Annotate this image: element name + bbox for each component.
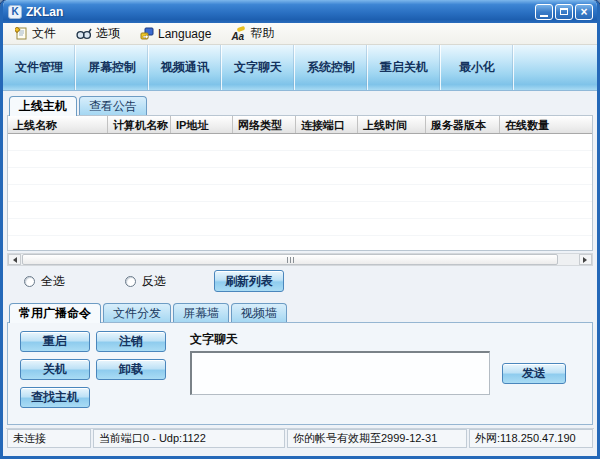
minimize-icon	[540, 15, 548, 17]
menu-options[interactable]: 选项	[66, 23, 130, 44]
command-buttons: 重启 注销 关机 卸载 查找主机	[20, 331, 180, 418]
toolbar-restart-shutdown-button[interactable]: 重启关机	[368, 45, 441, 90]
toolbar-minimize-button[interactable]: 最小化	[441, 45, 514, 90]
table-row	[8, 202, 592, 219]
scrollbar-thumb[interactable]	[22, 254, 558, 265]
tab-video-wall[interactable]: 视频墙	[231, 303, 287, 322]
status-external-ip: 外网:118.250.47.190	[469, 429, 593, 448]
uninstall-button[interactable]: 卸载	[96, 359, 166, 380]
grip-icon	[293, 257, 294, 263]
table-row	[8, 151, 592, 168]
find-host-button[interactable]: 查找主机	[20, 387, 90, 408]
scroll-right-arrow[interactable]	[579, 254, 592, 265]
table-row	[8, 134, 592, 151]
tab-file-distribution[interactable]: 文件分发	[103, 303, 171, 322]
menu-bar: 文件 选项 Language Aa 帮助	[3, 23, 597, 45]
close-icon: ×	[580, 6, 587, 18]
language-switch-icon	[140, 27, 154, 40]
table-row	[8, 168, 592, 185]
col-computer-name[interactable]: 计算机名称	[108, 116, 171, 133]
font-key-icon: Aa	[231, 27, 246, 40]
radio-select-all-label: 全选	[41, 273, 65, 290]
menu-language[interactable]: Language	[130, 23, 221, 44]
horizontal-scrollbar[interactable]	[7, 253, 593, 266]
radio-circle-icon	[125, 276, 136, 287]
refresh-list-button[interactable]: 刷新列表	[214, 270, 284, 292]
menu-options-label: 选项	[96, 25, 120, 42]
grip-icon	[290, 257, 291, 263]
title-bar[interactable]: K ZKLan ×	[3, 0, 597, 23]
menu-language-label: Language	[158, 27, 211, 41]
menu-help-label: 帮助	[250, 25, 274, 42]
tab-view-announcement[interactable]: 查看公告	[79, 96, 147, 115]
binoculars-icon	[76, 27, 92, 40]
table-row	[8, 219, 592, 236]
command-tabs: 常用广播命令 文件分发 屏幕墙 视频墙	[9, 302, 594, 322]
host-list-table[interactable]: 上线名称 计算机名称 IP地址 网络类型 连接端口 上线时间 服务器版本 在线数…	[7, 115, 593, 251]
col-network-type[interactable]: 网络类型	[233, 116, 296, 133]
shutdown-button[interactable]: 关机	[20, 359, 90, 380]
scroll-left-arrow[interactable]	[8, 254, 21, 265]
arrow-right-icon	[583, 257, 590, 263]
broadcast-panel: 重启 注销 关机 卸载 查找主机 文字聊天 发送	[7, 322, 593, 425]
menu-file[interactable]: 文件	[5, 23, 66, 44]
menu-file-label: 文件	[32, 25, 56, 42]
host-tabs: 上线主机 查看公告	[9, 95, 594, 115]
minimize-button[interactable]	[535, 4, 553, 20]
send-button[interactable]: 发送	[502, 363, 566, 384]
col-online-name[interactable]: 上线名称	[8, 116, 108, 133]
radio-select-all[interactable]: 全选	[24, 273, 65, 290]
grip-icon	[287, 257, 288, 263]
client-area: 上线主机 查看公告 上线名称 计算机名称 IP地址 网络类型 连接端口 上线时间…	[3, 91, 597, 456]
app-logo-icon: K	[8, 5, 22, 19]
col-ip-address[interactable]: IP地址	[171, 116, 233, 133]
scrollbar-track[interactable]	[21, 254, 579, 265]
toolbar-screen-control-button[interactable]: 屏幕控制	[76, 45, 149, 90]
radio-circle-icon	[24, 276, 35, 287]
restore-button[interactable]	[555, 4, 573, 20]
toolbar-system-control-button[interactable]: 系统控制	[295, 45, 368, 90]
col-server-version[interactable]: 服务器版本	[426, 116, 500, 133]
document-icon	[15, 27, 28, 40]
status-connection: 未连接	[7, 429, 91, 448]
col-online-time[interactable]: 上线时间	[358, 116, 426, 133]
col-online-count[interactable]: 在线数量	[500, 116, 593, 133]
logout-button[interactable]: 注销	[96, 331, 166, 352]
close-button[interactable]: ×	[575, 4, 593, 20]
chat-input[interactable]	[190, 351, 490, 395]
chat-label: 文字聊天	[190, 331, 584, 348]
window-title: ZKLan	[26, 5, 533, 19]
menu-help[interactable]: Aa 帮助	[221, 23, 284, 44]
tab-online-hosts[interactable]: 上线主机	[9, 96, 77, 116]
selection-row: 全选 反选 刷新列表	[6, 266, 594, 296]
restore-icon	[560, 8, 568, 15]
status-current-port: 当前端口0 - Udp:1122	[93, 429, 285, 448]
status-bar: 未连接 当前端口0 - Udp:1122 你的帐号有效期至2999-12-31 …	[6, 428, 594, 448]
radio-invert-selection[interactable]: 反选	[125, 273, 166, 290]
app-window: K ZKLan × 文件 选项 Language Aa 帮助	[0, 0, 600, 459]
toolbar-file-manage-button[interactable]: 文件管理	[3, 45, 76, 90]
toolbar-text-chat-button[interactable]: 文字聊天	[222, 45, 295, 90]
table-header-row: 上线名称 计算机名称 IP地址 网络类型 连接端口 上线时间 服务器版本 在线数…	[8, 116, 592, 134]
status-account-expiry: 你的帐号有效期至2999-12-31	[287, 429, 467, 448]
tab-screen-wall[interactable]: 屏幕墙	[173, 303, 229, 322]
tab-broadcast-commands[interactable]: 常用广播命令	[9, 303, 101, 323]
table-row	[8, 185, 592, 202]
table-body-empty[interactable]	[8, 134, 592, 251]
chat-area: 文字聊天 发送	[180, 331, 584, 418]
restart-button[interactable]: 重启	[20, 331, 90, 352]
col-connect-port[interactable]: 连接端口	[296, 116, 358, 133]
arrow-left-icon	[10, 257, 17, 263]
radio-invert-label: 反选	[142, 273, 166, 290]
main-toolbar: 文件管理 屏幕控制 视频通讯 文字聊天 系统控制 重启关机 最小化	[3, 45, 597, 91]
table-row	[8, 236, 592, 251]
toolbar-video-comm-button[interactable]: 视频通讯	[149, 45, 222, 90]
